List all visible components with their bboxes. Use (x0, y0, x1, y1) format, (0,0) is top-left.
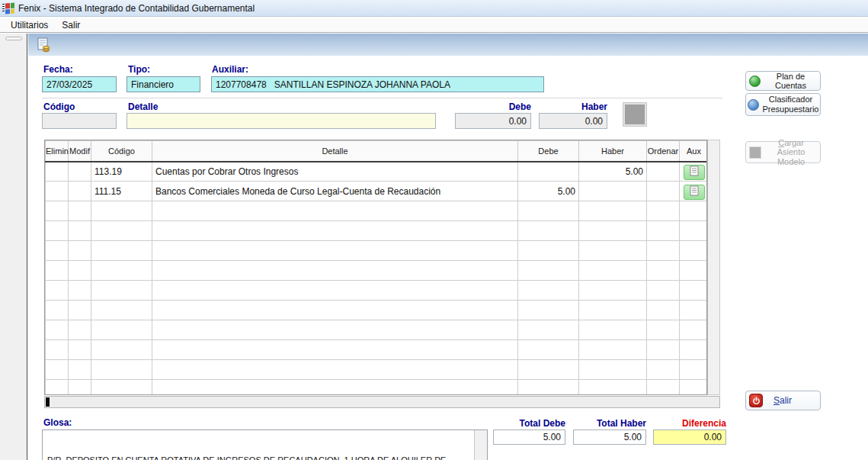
detalle-input[interactable] (127, 113, 436, 129)
aux-detail-button[interactable] (684, 165, 705, 180)
table-horizontal-scrollbar[interactable] (44, 396, 720, 408)
glosa-textarea[interactable]: P/R. DEPOSITO EN CUENTA ROTATIVA DE INGR… (42, 429, 488, 460)
menu-bar: Utilitarios Salir (0, 18, 868, 33)
table-empty-row (46, 340, 708, 360)
power-icon (749, 394, 763, 407)
dock-gripper[interactable] (5, 37, 22, 40)
cargar-label-line2: Modelo (765, 157, 817, 167)
title-bar: Fenix - Sistema Integrado de Contabilida… (0, 0, 868, 17)
col-codigo: Código (91, 141, 152, 162)
aux-detail-button[interactable] (684, 185, 705, 200)
cell-codigo[interactable]: 111.15 (91, 182, 152, 201)
col-elimin: Elimin (46, 141, 69, 162)
col-detalle: Detalle (152, 141, 518, 162)
salir-label: alir (780, 395, 792, 406)
debe-input[interactable] (455, 113, 531, 129)
clasificador-label-line1: Clasificador (763, 95, 819, 105)
scrollbar-thumb[interactable] (46, 397, 50, 407)
diferencia-label: Diferencia (653, 418, 726, 429)
clasificador-presupuestario-button[interactable]: Clasificador Presupuestario (745, 93, 821, 116)
total-debe-input[interactable] (493, 429, 565, 445)
col-debe: Debe (518, 141, 579, 162)
table-row[interactable]: 111.15 Bancos Comerciales Moneda de Curs… (46, 182, 708, 201)
main-content: Fecha: Tipo: Auxiliar: Código Detalle De… (28, 34, 868, 460)
auxiliar-input[interactable] (211, 76, 544, 92)
salir-accelerator: S (774, 395, 780, 406)
cargar-accelerator: C (778, 138, 784, 147)
cell-codigo[interactable]: 113.19 (91, 162, 152, 182)
glosa-text: P/R. DEPOSITO EN CUENTA ROTATIVA DE INGR… (47, 455, 468, 460)
entries-table[interactable]: Elimin Modif Código Detalle Debe Haber O… (44, 140, 707, 395)
salir-button[interactable]: Salir (745, 391, 821, 410)
col-haber: Haber (579, 141, 647, 162)
separator-line (42, 98, 722, 98)
auxiliar-label: Auxiliar: (212, 64, 248, 75)
table-empty-row (46, 201, 708, 221)
menu-salir[interactable]: Salir (56, 18, 86, 32)
cell-detalle[interactable]: Cuentas por Cobrar Otros Ingresos (152, 162, 518, 182)
debe-label: Debe (455, 101, 531, 112)
codigo-input[interactable] (42, 113, 117, 129)
cell-debe[interactable] (518, 162, 579, 182)
blue-sphere-icon (748, 99, 759, 111)
cell-detalle[interactable]: Bancos Comerciales Moneda de Curso Legal… (152, 182, 518, 201)
plan-de-cuentas-button[interactable]: Plan de Cuentas (745, 71, 821, 91)
entry-action-button[interactable] (623, 103, 646, 126)
window-title: Fenix - Sistema Integrado de Contabilida… (18, 3, 255, 14)
total-debe-label: Total Debe (493, 418, 565, 429)
cell-haber[interactable]: 5.00 (579, 162, 647, 182)
diferencia-input[interactable] (653, 429, 726, 445)
plan-de-cuentas-label: Plan de Cuentas (764, 72, 817, 90)
total-haber-label: Total Haber (573, 418, 646, 429)
menu-utilitarios[interactable]: Utilitarios (5, 18, 54, 32)
table-empty-row (46, 241, 708, 261)
glosa-scrollbar[interactable] (474, 430, 487, 460)
cell-haber[interactable] (579, 182, 647, 201)
tipo-input[interactable] (127, 76, 200, 92)
col-aux: Aux (680, 141, 708, 162)
cargar-asiento-modelo-button: Cargar Asiento Modelo (745, 141, 821, 163)
table-empty-row (46, 360, 708, 380)
col-ordenar: Ordenar (647, 141, 680, 162)
clasificador-label-line2: Presupuestario (763, 105, 819, 114)
tipo-label: Tipo: (128, 64, 150, 75)
table-empty-row (46, 301, 708, 320)
app-window: Fenix - Sistema Integrado de Contabilida… (0, 0, 868, 460)
table-header-row: Elimin Modif Código Detalle Debe Haber O… (46, 141, 708, 162)
toolbar (28, 34, 868, 56)
journal-report-icon[interactable] (34, 36, 53, 54)
table-empty-row (46, 261, 708, 281)
gray-square-icon (749, 146, 761, 159)
fecha-input[interactable] (42, 76, 117, 92)
total-haber-input[interactable] (573, 429, 646, 445)
detalle-label: Detalle (128, 101, 158, 112)
windows-logo-icon (2, 3, 14, 14)
table-empty-row (46, 380, 708, 396)
table-vertical-scrollbar[interactable] (707, 140, 720, 395)
green-sphere-icon (749, 76, 761, 87)
codigo-label: Código (43, 101, 75, 112)
cell-debe[interactable]: 5.00 (518, 182, 579, 201)
glosa-label: Glosa: (43, 417, 72, 428)
table-row[interactable]: 113.19 Cuentas por Cobrar Otros Ingresos… (46, 162, 708, 182)
table-empty-row (46, 221, 708, 241)
table-empty-row (46, 281, 708, 301)
haber-input[interactable] (539, 113, 607, 129)
table-empty-row (46, 320, 708, 340)
haber-label: Haber (539, 101, 607, 112)
fecha-label: Fecha: (43, 64, 73, 75)
left-dock-panel (0, 34, 27, 460)
col-modif: Modif (69, 141, 91, 162)
